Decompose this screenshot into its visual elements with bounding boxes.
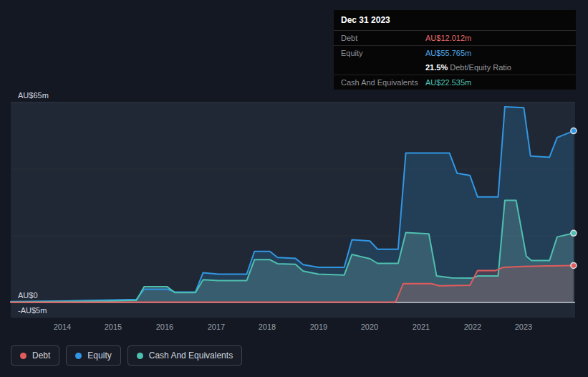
legend: Debt Equity Cash And Equivalents (11, 345, 242, 366)
tooltip-row-debt: Debt AU$12.012m (334, 31, 576, 46)
tooltip-debt-value: AU$12.012m (425, 34, 471, 42)
y-axis-label: -AU$5m (18, 306, 47, 315)
tooltip-row-equity: Equity AU$55.765m (334, 46, 576, 60)
cash-dot-icon (137, 353, 143, 359)
x-axis-label: 2014 (47, 323, 78, 331)
tooltip-equity-label: Equity (341, 49, 425, 57)
x-axis-label: 2022 (457, 323, 488, 331)
y-axis-label: AU$0 (18, 291, 38, 300)
tooltip-cash-value: AU$22.535m (425, 78, 471, 87)
tooltip-equity-value: AU$55.765m (425, 49, 471, 57)
debt-equity-history-chart: AU$65mAU$0-AU$5m201420152016201720182019… (0, 0, 588, 377)
legend-cash-label: Cash And Equivalents (149, 350, 233, 361)
y-axis-label: AU$65m (18, 91, 49, 100)
equity-dot-icon (75, 353, 82, 359)
x-axis-label: 2023 (508, 323, 539, 331)
legend-equity-label: Equity (87, 350, 111, 361)
cash-end-marker[interactable] (571, 230, 577, 236)
equity-end-marker[interactable] (571, 128, 577, 134)
x-axis-label: 2021 (405, 323, 437, 331)
legend-item-equity[interactable]: Equity (66, 345, 120, 366)
x-axis-label: 2018 (251, 323, 283, 331)
legend-debt-label: Debt (32, 350, 50, 361)
tooltip-debt-label: Debt (341, 34, 425, 42)
tooltip-ratio-text: Debt/Equity Ratio (450, 63, 511, 72)
legend-item-debt[interactable]: Debt (11, 345, 59, 366)
tooltip-date: Dec 31 2023 (334, 10, 576, 31)
x-axis-label: 2020 (354, 323, 385, 331)
legend-item-cash[interactable]: Cash And Equivalents (127, 345, 242, 366)
x-axis-label: 2017 (201, 323, 232, 331)
tooltip-cash-label: Cash And Equivalents (341, 78, 425, 87)
tooltip-row-cash: Cash And Equivalents AU$22.535m (334, 75, 576, 90)
tooltip: Dec 31 2023 Debt AU$12.012m Equity AU$55… (334, 10, 576, 90)
debt-dot-icon (20, 353, 26, 359)
debt-end-marker[interactable] (571, 262, 577, 268)
tooltip-ratio-value: 21.5% Debt/Equity Ratio (425, 63, 511, 72)
x-axis-label: 2015 (97, 323, 129, 331)
x-axis-label: 2016 (149, 323, 180, 331)
x-axis-label: 2019 (303, 323, 334, 331)
tooltip-row-ratio: 21.5% Debt/Equity Ratio (334, 60, 576, 75)
tooltip-ratio-percent: 21.5% (425, 63, 448, 72)
